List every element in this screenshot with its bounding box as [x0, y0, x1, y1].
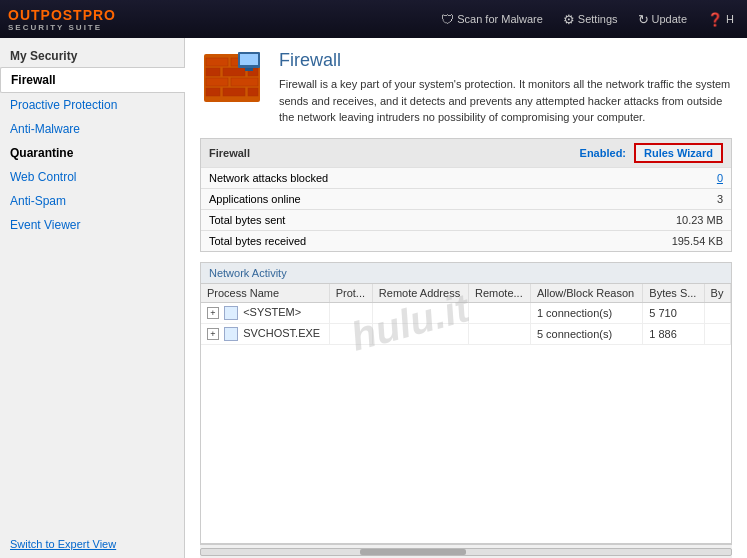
- info-status-label: Firewall: [209, 147, 580, 159]
- sidebar-item-antispam[interactable]: Anti-Spam: [0, 189, 184, 213]
- table-row: + SVCHOST.EXE 5 connection(s) 1 886: [201, 323, 731, 344]
- svg-rect-9: [206, 88, 220, 96]
- network-activity-table: Process Name Prot... Remote Address Remo…: [201, 284, 731, 345]
- gear-icon: ⚙: [563, 12, 575, 27]
- scan-icon: 🛡: [441, 12, 454, 27]
- sidebar-item-firewall[interactable]: Firewall: [0, 67, 185, 93]
- expand-icon[interactable]: +: [207, 328, 219, 340]
- help-button[interactable]: ❓ H: [702, 10, 739, 29]
- svg-rect-5: [223, 68, 245, 76]
- svg-rect-8: [231, 78, 258, 86]
- attacks-label: Network attacks blocked: [209, 172, 717, 184]
- prot-cell: [329, 302, 372, 323]
- sidebar-item-eventviewer[interactable]: Event Viewer: [0, 213, 184, 237]
- remote-port-cell: [469, 323, 531, 344]
- sidebar: My Security Firewall Proactive Protectio…: [0, 38, 185, 558]
- svg-rect-14: [245, 68, 253, 71]
- firewall-header: Firewall Firewall is a key part of your …: [185, 38, 747, 134]
- table-header-row: Process Name Prot... Remote Address Remo…: [201, 284, 731, 303]
- sidebar-item-webcontrol[interactable]: Web Control: [0, 165, 184, 189]
- bytes-sent-label: Total bytes sent: [209, 214, 676, 226]
- enabled-text: Enabled:: [580, 147, 626, 159]
- info-row-apps: Applications online 3: [201, 189, 731, 210]
- bytes-recv-cell: [704, 323, 730, 344]
- bytes-sent-value: 10.23 MB: [676, 214, 723, 226]
- col-prot: Prot...: [329, 284, 372, 303]
- content-area: Firewall Firewall is a key part of your …: [185, 38, 747, 558]
- update-button[interactable]: ↻ Update: [633, 10, 692, 29]
- process-name-cell: + SVCHOST.EXE: [201, 323, 329, 344]
- col-reason: Allow/Block Reason: [530, 284, 642, 303]
- settings-button[interactable]: ⚙ Settings: [558, 10, 623, 29]
- remote-addr-cell: [372, 323, 468, 344]
- svg-rect-11: [248, 88, 258, 96]
- logo: OUTPOSTPRO SECURITY SUITE: [8, 7, 116, 32]
- svg-rect-4: [206, 68, 220, 76]
- sidebar-section-title: My Security: [0, 43, 184, 67]
- network-activity-title: Network Activity: [201, 263, 731, 284]
- col-remote-port: Remote...: [469, 284, 531, 303]
- update-icon: ↻: [638, 12, 649, 27]
- info-row-bytes-sent: Total bytes sent 10.23 MB: [201, 210, 731, 231]
- reason-cell: 1 connection(s): [530, 302, 642, 323]
- rules-wizard-button[interactable]: Rules Wizard: [634, 143, 723, 163]
- logo-bold: PRO: [83, 7, 116, 23]
- svg-rect-7: [206, 78, 228, 86]
- bytes-sent-cell: 5 710: [643, 302, 704, 323]
- sidebar-item-antimalware[interactable]: Anti-Malware: [0, 117, 184, 141]
- scroll-track[interactable]: [200, 548, 732, 556]
- bytes-recv-value: 195.54 KB: [672, 235, 723, 247]
- info-row-attacks: Network attacks blocked 0: [201, 168, 731, 189]
- reason-cell: 5 connection(s): [530, 323, 642, 344]
- apps-label: Applications online: [209, 193, 717, 205]
- horizontal-scrollbar[interactable]: [200, 544, 732, 558]
- remote-port-cell: [469, 302, 531, 323]
- col-bytes-sent: Bytes S...: [643, 284, 704, 303]
- col-remote-addr: Remote Address: [372, 284, 468, 303]
- firewall-description: Firewall is a key part of your system's …: [279, 76, 732, 126]
- firewall-title: Firewall: [279, 50, 732, 71]
- logo-area: OUTPOSTPRO SECURITY SUITE: [8, 7, 116, 32]
- sidebar-item-quarantine[interactable]: Quarantine: [0, 141, 184, 165]
- info-row-bytes-recv: Total bytes received 195.54 KB: [201, 231, 731, 251]
- remote-addr-cell: [372, 302, 468, 323]
- logo-sub: SECURITY SUITE: [8, 23, 116, 32]
- scan-malware-button[interactable]: 🛡 Scan for Malware: [436, 10, 548, 29]
- sidebar-item-proactive[interactable]: Proactive Protection: [0, 93, 184, 117]
- attacks-value[interactable]: 0: [717, 172, 723, 184]
- header: OUTPOSTPRO SECURITY SUITE 🛡 Scan for Mal…: [0, 0, 747, 38]
- expand-icon[interactable]: +: [207, 307, 219, 319]
- process-name-cell: + <SYSTEM>: [201, 302, 329, 323]
- help-icon: ❓: [707, 12, 723, 27]
- process-icon: [224, 327, 238, 341]
- firewall-icon: [200, 50, 264, 106]
- network-activity-panel: Network Activity Process Name Prot... Re…: [200, 262, 732, 545]
- svg-rect-10: [223, 88, 245, 96]
- bytes-sent-cell: 1 886: [643, 323, 704, 344]
- header-actions: 🛡 Scan for Malware ⚙ Settings ↻ Update ❓…: [436, 10, 739, 29]
- apps-value: 3: [717, 193, 723, 205]
- svg-rect-13: [240, 54, 258, 65]
- logo-text: OUTPOSTPRO SECURITY SUITE: [8, 7, 116, 32]
- process-icon: [224, 306, 238, 320]
- scroll-thumb[interactable]: [360, 549, 466, 555]
- firewall-title-area: Firewall Firewall is a key part of your …: [279, 50, 732, 126]
- prot-cell: [329, 323, 372, 344]
- col-by: By: [704, 284, 730, 303]
- bytes-recv-cell: [704, 302, 730, 323]
- bytes-recv-label: Total bytes received: [209, 235, 672, 247]
- main-layout: My Security Firewall Proactive Protectio…: [0, 38, 747, 558]
- table-row: + <SYSTEM> 1 connection(s) 5 710: [201, 302, 731, 323]
- switch-expert-link[interactable]: Switch to Expert View: [0, 530, 184, 558]
- info-header-row: Firewall Enabled: Rules Wizard: [201, 139, 731, 168]
- svg-rect-2: [206, 58, 228, 66]
- col-process: Process Name: [201, 284, 329, 303]
- firewall-info-table: Firewall Enabled: Rules Wizard Network a…: [200, 138, 732, 252]
- logo-main: OUTPOST: [8, 7, 83, 23]
